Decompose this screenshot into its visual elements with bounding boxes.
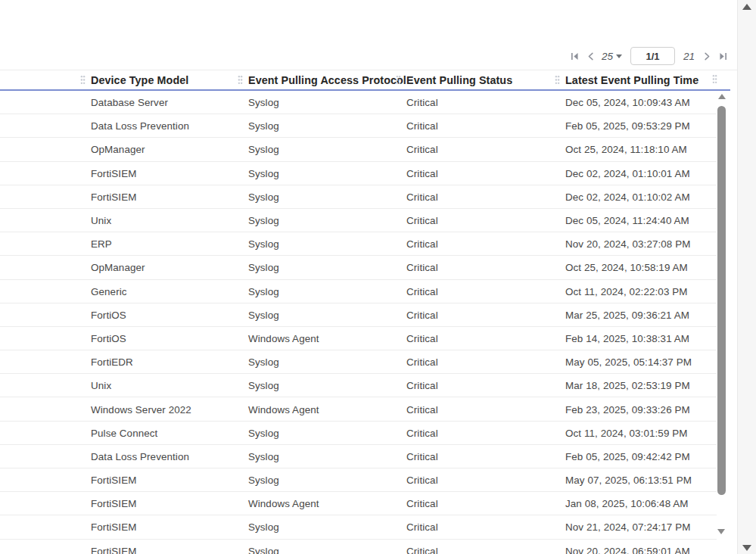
table-row[interactable]: FortiOSWindows AgentCriticalFeb 14, 2025… [0,327,717,350]
table-row[interactable]: FortiSIEMWindows AgentCriticalJan 08, 20… [0,492,717,515]
scroll-up-icon[interactable] [718,94,726,99]
cell-time: Feb 14, 2025, 10:38:31 AM [565,332,689,344]
cell-protocol: Syslog [248,167,279,179]
table-row[interactable]: ERPSyslogCriticalNov 20, 2024, 03:27:08 … [0,232,717,256]
next-page-icon[interactable] [702,51,712,61]
cell-status: Critical [406,167,438,179]
table-row[interactable]: FortiSIEMSyslogCriticalNov 20, 2024, 06:… [0,540,717,554]
cell-status: Critical [406,285,438,297]
column-grip-icon[interactable] [80,75,86,85]
cell-status: Critical [406,120,438,132]
cell-status: Critical [406,403,438,415]
cell-model: OpManager [91,262,145,273]
cell-protocol: Syslog [248,309,279,320]
table-row[interactable]: Windows Server 2022Windows AgentCritical… [0,397,717,421]
page-size-select[interactable]: 25 [602,51,622,62]
page-size-value: 25 [602,51,613,62]
table-row[interactable]: Database ServerSyslogCriticalDec 05, 202… [0,91,717,114]
cell-status: Critical [406,215,438,226]
scroll-down-icon[interactable] [742,545,751,551]
cell-time: Nov 21, 2024, 07:24:17 PM [565,521,691,533]
column-grip-icon[interactable] [712,74,717,84]
cell-protocol: Syslog [248,191,279,202]
cell-protocol: Windows Agent [248,498,319,509]
cell-model: Pulse Connect [91,427,157,438]
table-row[interactable]: Pulse ConnectSyslogCriticalOct 11, 2024,… [0,422,717,445]
prev-page-icon[interactable] [586,51,596,61]
cell-protocol: Syslog [248,521,279,533]
table-row[interactable]: Data Loss PreventionSyslogCriticalFeb 05… [0,445,717,468]
cell-status: Critical [406,475,438,486]
cell-status: Critical [406,498,438,509]
column-label: Event Pulling Access Protocol [248,74,406,86]
cell-model: Unix [91,380,111,391]
table-row[interactable]: FortiEDRSyslogCriticalMay 05, 2025, 05:1… [0,350,717,374]
column-header-pulling-status[interactable]: Event Pulling Status [396,70,512,89]
table-row[interactable]: FortiOSSyslogCriticalMar 25, 2025, 09:36… [0,303,717,327]
column-header-access-protocol[interactable]: Event Pulling Access Protocol [238,70,406,89]
table-row[interactable]: OpManagerSyslogCriticalOct 25, 2024, 10:… [0,256,717,279]
cell-model: FortiSIEM [91,521,136,533]
table-row[interactable]: GenericSyslogCriticalOct 11, 2024, 02:22… [0,280,717,303]
cell-protocol: Syslog [248,215,279,226]
column-label: Device Type Model [91,74,188,86]
cell-protocol: Windows Agent [248,403,319,415]
cell-time: Dec 02, 2024, 01:10:01 AM [565,167,690,179]
cell-protocol: Syslog [248,545,279,554]
table-row[interactable]: FortiSIEMSyslogCriticalMay 07, 2025, 06:… [0,468,717,492]
table-row[interactable]: FortiSIEMSyslogCriticalDec 02, 2024, 01:… [0,162,717,185]
cell-status: Critical [406,309,438,320]
table-row[interactable]: OpManagerSyslogCriticalOct 25, 2024, 11:… [0,138,717,161]
cell-model: FortiSIEM [91,167,136,179]
page-scrollbar[interactable] [737,0,756,554]
first-page-icon[interactable] [570,51,580,61]
column-label: Event Pulling Status [406,74,512,86]
cell-protocol: Syslog [248,356,279,368]
column-header-latest-pulling-time[interactable]: Latest Event Pulling Time [555,70,698,89]
cell-protocol: Windows Agent [248,332,319,344]
cell-status: Critical [406,144,438,155]
cell-model: Generic [91,285,127,297]
column-grip-icon[interactable] [396,75,401,85]
cell-model: ERP [91,238,112,250]
cell-status: Critical [406,262,438,273]
cell-time: Dec 05, 2024, 10:09:43 AM [565,97,690,108]
cell-status: Critical [406,450,438,462]
scrollbar-thumb[interactable] [717,106,726,495]
cell-time: Nov 20, 2024, 06:59:01 AM [565,545,690,554]
table-body: Database ServerSyslogCriticalDec 05, 202… [0,91,717,554]
cell-time: Jan 08, 2025, 10:06:48 AM [565,498,689,509]
cell-protocol: Syslog [248,475,279,486]
cell-model: FortiSIEM [91,475,136,486]
page-indicator-box[interactable]: 1/1 [630,47,675,65]
cell-protocol: Syslog [248,380,279,391]
pagination-bar: 25 1/1 21 [570,46,728,66]
cell-protocol: Syslog [248,285,279,297]
table-row[interactable]: FortiSIEMSyslogCriticalNov 21, 2024, 07:… [0,515,717,539]
cell-time: May 05, 2025, 05:14:37 PM [565,356,692,368]
cell-time: Dec 02, 2024, 01:10:02 AM [565,191,690,202]
column-grip-icon[interactable] [555,75,560,85]
cell-time: Feb 05, 2025, 09:53:29 PM [565,120,690,132]
scroll-down-icon[interactable] [717,529,725,534]
scroll-up-icon[interactable] [742,4,751,10]
table-scrollbar[interactable] [715,92,728,540]
cell-protocol: Syslog [248,97,279,108]
cell-time: Feb 05, 2025, 09:42:42 PM [565,450,690,462]
cell-protocol: Syslog [248,144,279,155]
cell-model: Windows Server 2022 [91,403,191,415]
page-size-caret-icon [616,54,622,58]
table-row[interactable]: FortiSIEMSyslogCriticalDec 02, 2024, 01:… [0,185,717,209]
column-grip-icon[interactable] [238,75,243,85]
cell-time: Feb 23, 2025, 09:33:26 PM [565,403,690,415]
cell-protocol: Syslog [248,262,279,273]
cell-model: Unix [91,215,111,226]
column-header-device-type-model[interactable]: Device Type Model [80,70,188,89]
table-row[interactable]: UnixSyslogCriticalDec 05, 2024, 11:24:40… [0,209,717,232]
table-row[interactable]: UnixSyslogCriticalMar 18, 2025, 02:53:19… [0,374,717,397]
cell-time: Oct 11, 2024, 02:22:03 PM [565,285,688,297]
table-row[interactable]: Data Loss PreventionSyslogCriticalFeb 05… [0,114,717,138]
last-page-icon[interactable] [717,51,728,61]
cell-model: Database Server [91,97,168,108]
cell-time: Nov 20, 2024, 03:27:08 PM [565,238,691,250]
